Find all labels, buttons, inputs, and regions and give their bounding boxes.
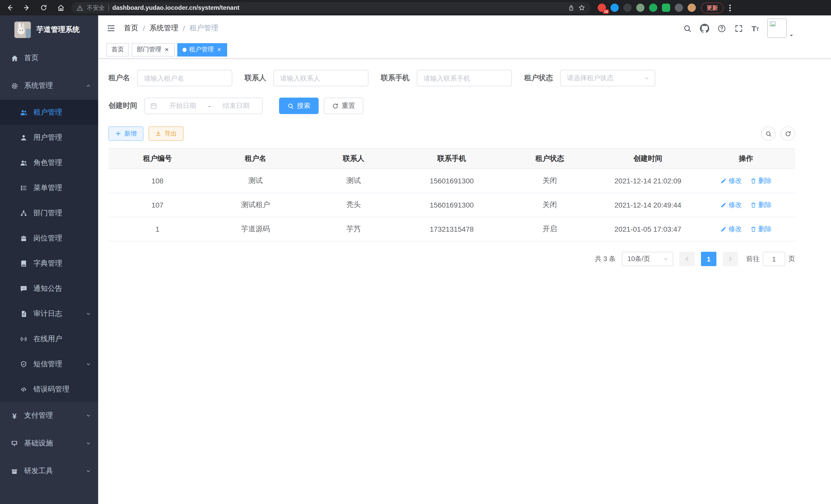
extension-icon-red[interactable]: 10 bbox=[598, 4, 606, 12]
table-header-row: 租户编号 租户名 联系人 联系手机 租户状态 创建时间 操作 bbox=[109, 148, 795, 169]
sidebar-item-label: 支付管理 bbox=[24, 411, 80, 420]
url-text[interactable]: dashboard.yudao.iocoder.cn/system/tenant bbox=[112, 4, 239, 11]
page-size-select[interactable]: 10条/页 bbox=[622, 252, 673, 266]
sidebar-item-errorcode[interactable]: 错误码管理 bbox=[0, 377, 98, 402]
browser-forward-icon[interactable] bbox=[22, 3, 31, 12]
sidebar-item-devtools[interactable]: 研发工具 bbox=[0, 457, 98, 485]
delete-link[interactable]: 删除 bbox=[750, 200, 772, 210]
github-icon[interactable] bbox=[700, 24, 710, 33]
share-icon[interactable] bbox=[568, 4, 575, 11]
add-button[interactable]: 新增 bbox=[109, 126, 143, 141]
page-unit-label: 页 bbox=[789, 254, 795, 264]
calendar-icon bbox=[150, 102, 157, 110]
breadcrumb-system[interactable]: 系统管理 bbox=[149, 24, 178, 33]
browser-home-icon[interactable] bbox=[56, 3, 65, 12]
next-page-button[interactable] bbox=[722, 252, 738, 266]
chrome-update-button[interactable]: 更新 bbox=[701, 2, 724, 13]
tags-view: 首页 部门管理 租户管理 bbox=[98, 41, 831, 59]
date-range-picker[interactable]: 开始日期 - 结束日期 bbox=[144, 98, 263, 114]
close-icon[interactable] bbox=[164, 47, 170, 52]
tenant-name-label: 租户名 bbox=[109, 73, 130, 83]
mobile-input[interactable] bbox=[417, 70, 512, 86]
address-bar[interactable]: 不安全 dashboard.yudao.iocoder.cn/system/te… bbox=[71, 2, 591, 13]
chevron-up-icon bbox=[86, 83, 91, 88]
contact-input[interactable] bbox=[274, 70, 369, 86]
security-label[interactable]: 不安全 bbox=[87, 4, 105, 11]
sidebar-item-online[interactable]: 在线用户 bbox=[0, 326, 98, 351]
sidebar-item-sms[interactable]: 短信管理 bbox=[0, 351, 98, 377]
sidebar-item-auditlog[interactable]: 审计日志 bbox=[0, 301, 98, 326]
start-date-placeholder: 开始日期 bbox=[162, 101, 204, 111]
export-button[interactable]: 导出 bbox=[148, 126, 183, 141]
prev-page-button[interactable] bbox=[679, 252, 695, 266]
export-button-label: 导出 bbox=[165, 129, 177, 138]
sidebar-item-notice[interactable]: 通知公告 bbox=[0, 276, 98, 301]
chevron-down-icon bbox=[86, 441, 91, 446]
profile-avatar-icon[interactable] bbox=[688, 4, 696, 12]
extension-icon-dark[interactable] bbox=[623, 4, 632, 12]
browser-back-icon[interactable] bbox=[5, 3, 15, 12]
edit-link[interactable]: 修改 bbox=[720, 200, 742, 210]
edit-link[interactable]: 修改 bbox=[720, 176, 742, 185]
page-number-1[interactable]: 1 bbox=[701, 252, 716, 266]
reset-button-label: 重置 bbox=[342, 101, 355, 111]
extension-icon-blue[interactable] bbox=[610, 4, 619, 12]
sidebar-toggle-icon[interactable] bbox=[106, 24, 116, 33]
cell-mobile: 17321315478 bbox=[403, 217, 501, 241]
user-menu[interactable] bbox=[767, 19, 794, 38]
search-button[interactable]: 搜索 bbox=[279, 98, 319, 114]
tab-dept[interactable]: 部门管理 bbox=[132, 43, 175, 56]
sidebar-item-label: 菜单管理 bbox=[33, 183, 91, 192]
header-search-icon[interactable] bbox=[683, 24, 692, 33]
tab-label: 部门管理 bbox=[137, 45, 161, 54]
mobile-label: 联系手机 bbox=[381, 73, 409, 83]
tab-label: 租户管理 bbox=[189, 45, 214, 54]
role-icon bbox=[20, 159, 28, 166]
close-icon[interactable] bbox=[217, 47, 222, 52]
goto-page-input[interactable] bbox=[763, 252, 785, 266]
bookmark-star-icon[interactable] bbox=[578, 4, 585, 11]
tab-label: 首页 bbox=[112, 45, 124, 54]
fullscreen-icon[interactable] bbox=[735, 24, 743, 33]
extension-icon-chat[interactable] bbox=[662, 4, 670, 12]
font-size-icon[interactable]: TT bbox=[752, 25, 759, 32]
sidebar-item-post[interactable]: 岗位管理 bbox=[0, 226, 98, 251]
status-select[interactable]: 请选择租户状态 bbox=[560, 70, 655, 86]
extensions-puzzle-icon[interactable] bbox=[675, 4, 683, 12]
sidebar-item-menu[interactable]: 菜单管理 bbox=[0, 175, 98, 200]
tenant-name-input[interactable] bbox=[137, 70, 232, 86]
sidebar-item-user[interactable]: 用户管理 bbox=[0, 125, 98, 150]
sidebar-item-tenant[interactable]: 租户管理 bbox=[0, 100, 98, 125]
extension-icon-sage[interactable] bbox=[636, 4, 644, 12]
sidebar-item-role[interactable]: 角色管理 bbox=[0, 150, 98, 175]
sidebar-item-home[interactable]: 首页 bbox=[0, 44, 98, 72]
browser-menu-icon[interactable] bbox=[728, 3, 732, 12]
sidebar-item-dict[interactable]: 字典管理 bbox=[0, 251, 98, 276]
page-size-value: 10条/页 bbox=[628, 254, 650, 264]
tab-home[interactable]: 首页 bbox=[106, 43, 129, 56]
toggle-search-icon[interactable] bbox=[761, 126, 775, 141]
sidebar-item-dept[interactable]: 部门管理 bbox=[0, 200, 98, 226]
tab-tenant[interactable]: 租户管理 bbox=[177, 43, 227, 56]
chevron-down-icon bbox=[663, 256, 668, 262]
sidebar-item-infra[interactable]: 基础设施 bbox=[0, 429, 98, 457]
warning-icon bbox=[77, 4, 83, 11]
extension-icon-green[interactable] bbox=[649, 4, 657, 12]
pagination: 共 3 条 10条/页 1 前往 页 bbox=[109, 252, 795, 266]
help-icon[interactable] bbox=[718, 24, 726, 33]
tree-list-icon bbox=[20, 184, 28, 191]
sidebar-item-payment[interactable]: ¥ 支付管理 bbox=[0, 402, 98, 429]
refresh-icon[interactable] bbox=[781, 126, 795, 141]
user-icon bbox=[20, 134, 28, 141]
chevron-down-icon bbox=[86, 311, 91, 316]
sidebar-item-system[interactable]: 系统管理 bbox=[0, 72, 98, 100]
delete-link[interactable]: 删除 bbox=[750, 225, 772, 234]
edit-link[interactable]: 修改 bbox=[720, 225, 742, 234]
browser-reload-icon[interactable] bbox=[39, 3, 48, 12]
breadcrumb-home[interactable]: 首页 bbox=[124, 24, 138, 33]
yen-icon: ¥ bbox=[10, 411, 19, 420]
date-separator: - bbox=[208, 102, 211, 110]
logo[interactable]: 芋道管理系统 bbox=[0, 16, 98, 44]
delete-link[interactable]: 删除 bbox=[750, 176, 772, 185]
reset-button[interactable]: 重置 bbox=[324, 98, 363, 114]
